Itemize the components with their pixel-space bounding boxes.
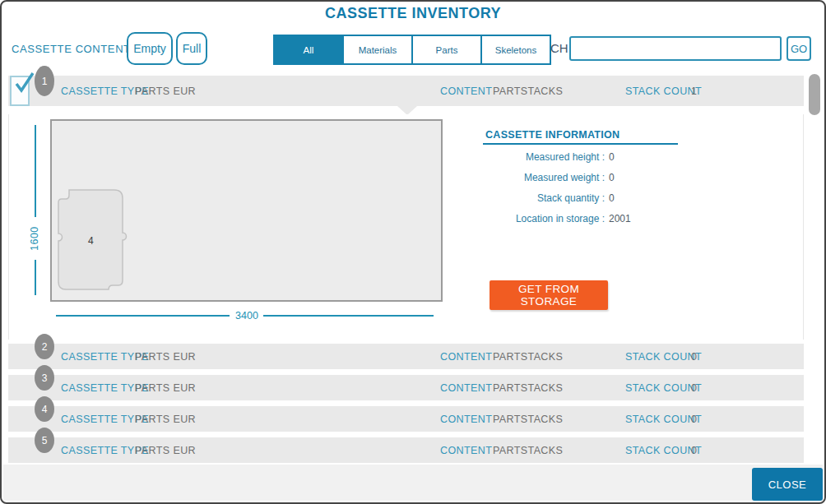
info-field-stack-quantity: Stack quantity :0 <box>483 192 697 204</box>
row-number-badge: 5 <box>35 428 54 453</box>
page-title: CASSETTE INVENTORY <box>2 5 824 22</box>
tab-parts[interactable]: Parts <box>413 36 482 63</box>
content-label: CONTENT <box>440 344 492 369</box>
width-dimension-line <box>263 315 434 317</box>
part-number-text: 4 <box>88 235 94 247</box>
info-divider <box>483 143 678 145</box>
stack-count-value: 0 <box>691 344 697 369</box>
tab-all[interactable]: All <box>275 36 344 63</box>
tab-skeletons[interactable]: Skeletons <box>482 36 550 63</box>
stack-count-value: 1 <box>691 76 697 106</box>
empty-filter-button[interactable]: Empty <box>127 32 173 65</box>
width-dimension-label: 3400 <box>230 310 264 321</box>
cassette-row-5[interactable]: 5 CASSETTE TYPE PARTS EUR CONTENT PARTST… <box>8 437 804 463</box>
content-label: CONTENT <box>440 375 492 400</box>
info-field-location-in-storage: Location in storage :2001 <box>483 213 697 224</box>
content-value: PARTSTACKS <box>493 406 563 432</box>
cassette-row-3[interactable]: 3 CASSETTE TYPE PARTS EUR CONTENT PARTST… <box>8 375 804 400</box>
info-field-measured-height: Measured height :0 <box>483 151 697 163</box>
height-dimension-line <box>35 125 36 217</box>
close-button[interactable]: CLOSE <box>752 468 823 501</box>
cassette-row-1[interactable]: 1 CASSETTE TYPE PARTS EUR CONTENT PARTST… <box>8 76 804 106</box>
content-label: CONTENT <box>440 437 492 463</box>
height-dimension-label: 1600 <box>26 217 44 260</box>
row-number-badge: 3 <box>35 365 54 391</box>
content-value: PARTSTACKS <box>493 375 563 400</box>
footer-bar <box>3 465 823 501</box>
cassette-content-label: CASSETTE CONTENT <box>12 43 131 55</box>
content-value: PARTSTACKS <box>493 76 563 106</box>
content-label: CONTENT <box>440 406 492 432</box>
content-value: PARTSTACKS <box>493 344 563 369</box>
row-checkbox[interactable] <box>10 76 30 106</box>
cassette-information-title: CASSETTE INFORMATION <box>485 129 620 141</box>
row-number-badge: 2 <box>35 334 54 359</box>
cassette-type-value: PARTS EUR <box>135 344 196 369</box>
content-label: CONTENT <box>440 76 492 106</box>
height-dimension-line <box>35 260 36 295</box>
search-input[interactable] <box>569 36 782 61</box>
tab-materials[interactable]: Materials <box>344 36 413 63</box>
tab-strip: All Materials Parts Skeletons <box>273 35 551 65</box>
row-number-badge: 4 <box>35 396 54 422</box>
cassette-type-value: PARTS EUR <box>135 375 196 400</box>
stack-count-value: 0 <box>691 375 697 400</box>
go-button[interactable]: GO <box>787 36 811 61</box>
width-dimension-line <box>56 315 230 317</box>
cassette-row-2[interactable]: 2 CASSETTE TYPE PARTS EUR CONTENT PARTST… <box>8 344 804 369</box>
cassette-layout-diagram: 4 <box>50 119 443 302</box>
cassette-type-value: PARTS EUR <box>135 76 196 106</box>
info-field-measured-weight: Measured weight :0 <box>483 172 697 183</box>
content-value: PARTSTACKS <box>493 437 563 463</box>
checkmark-icon <box>12 71 35 94</box>
part-shape[interactable]: 4 <box>52 121 444 303</box>
row-number-badge: 1 <box>35 66 54 96</box>
stack-count-value: 0 <box>691 437 697 463</box>
scrollbar-thumb[interactable] <box>809 74 820 115</box>
get-from-storage-button[interactable]: GET FROM STORAGE <box>490 280 608 310</box>
stack-count-value: 0 <box>691 406 697 432</box>
cassette-type-value: PARTS EUR <box>135 437 196 463</box>
full-filter-button[interactable]: Full <box>176 32 207 65</box>
cassette-inventory-dialog: CASSETTE INVENTORY CASSETTE CONTENT Empt… <box>0 0 826 504</box>
cassette-row-4[interactable]: 4 CASSETTE TYPE PARTS EUR CONTENT PARTST… <box>8 406 804 432</box>
search-label: CH <box>550 41 568 55</box>
cassette-type-value: PARTS EUR <box>135 406 196 432</box>
